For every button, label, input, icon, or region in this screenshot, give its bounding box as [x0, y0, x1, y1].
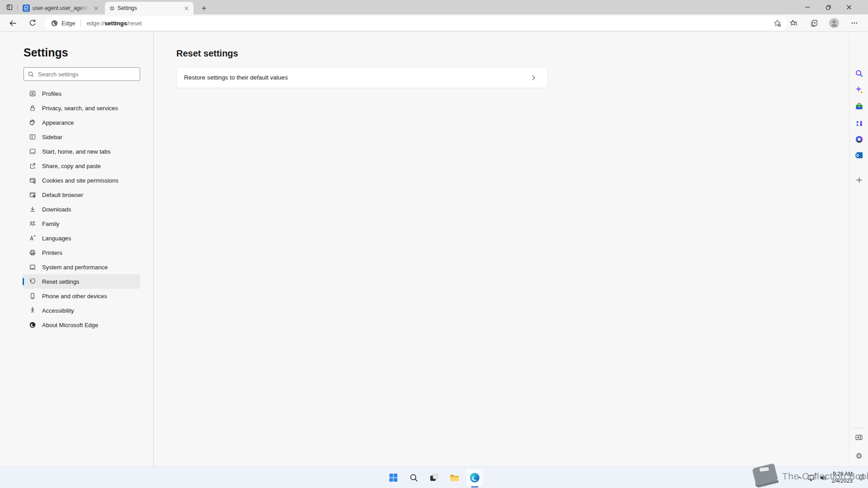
collection-book-icon — [23, 5, 30, 12]
settings-sidebar: Settings Profiles Privacy, search, and s… — [0, 32, 154, 466]
profiles-icon — [29, 90, 36, 97]
new-tab-button[interactable]: ＋ — [198, 3, 210, 12]
tab-title: user-agent.user_agent - The Coll — [33, 5, 90, 11]
sidebar-item-reset-settings[interactable]: Reset settings — [23, 274, 140, 289]
favorites-button[interactable] — [787, 16, 800, 30]
sidebar-item-system-performance[interactable]: System and performance — [23, 260, 140, 274]
sidebar-item-default-browser[interactable]: Default browser — [23, 188, 140, 202]
back-button[interactable] — [6, 17, 19, 29]
sidebar-item-accessibility[interactable]: Accessibility — [23, 303, 140, 318]
sidebar-item-cookies-permissions[interactable]: Cookies and site permissions — [23, 173, 140, 188]
folder-icon — [449, 473, 460, 483]
accessibility-icon — [29, 307, 36, 314]
sidebar-customize-button[interactable] — [854, 174, 864, 185]
sidebar-games-button[interactable] — [854, 117, 864, 128]
edge-site-icon — [51, 19, 58, 27]
refresh-button[interactable] — [26, 17, 39, 29]
sidebar-item-start-home-tabs[interactable]: Start, home, and new tabs — [23, 144, 140, 159]
system-performance-icon — [29, 263, 36, 271]
share-copy-paste-icon — [29, 162, 36, 169]
collections-button[interactable] — [807, 16, 821, 30]
default-browser-icon — [29, 191, 36, 198]
chevron-right-icon — [530, 75, 537, 81]
file-explorer-button[interactable] — [445, 469, 463, 487]
tab-separator — [17, 4, 18, 10]
tray-chevron-button[interactable] — [793, 469, 805, 487]
sidebar-microsoft365-button[interactable] — [854, 134, 864, 145]
start-button[interactable] — [384, 469, 402, 487]
languages-icon — [29, 235, 36, 242]
sidebar-item-phone-devices[interactable]: Phone and other devices — [23, 289, 140, 303]
downloads-icon — [29, 206, 36, 213]
edge-logo-icon — [29, 321, 36, 328]
tray-time: 9:28 AM — [831, 471, 853, 478]
tab-strip: user-agent.user_agent - The Coll ⚙ Setti… — [0, 0, 868, 14]
tab-actions-icon — [6, 4, 13, 11]
sidebar-item-share-copy-paste[interactable]: Share, copy and paste — [23, 159, 140, 173]
tab-close-button[interactable] — [92, 5, 99, 12]
sidebar-item-about-edge[interactable]: About Microsoft Edge — [23, 318, 140, 332]
sidebar-item-printers[interactable]: Printers — [23, 245, 140, 260]
sidebar-outlook-button[interactable] — [854, 150, 864, 160]
settings-main: Reset settings Restore settings to their… — [154, 32, 849, 466]
appearance-icon — [29, 119, 36, 126]
tray-date: 2/4/2023 — [831, 478, 853, 484]
content-area: Settings Profiles Privacy, search, and s… — [0, 32, 868, 466]
tab-title: Settings — [118, 5, 180, 11]
reset-card-label: Restore settings to their default values — [184, 74, 288, 81]
display-badge: 8 — [815, 472, 816, 476]
taskbar-center — [0, 467, 868, 488]
sidebar-item-languages[interactable]: Languages — [23, 231, 140, 245]
task-view-icon — [429, 473, 439, 483]
sidebar-settings-button[interactable]: ⚙ — [854, 450, 864, 461]
network-display-icon[interactable]: 8 — [805, 469, 817, 487]
sidebar-layout-icon — [29, 133, 36, 141]
search-icon — [409, 473, 419, 483]
privacy-icon — [29, 104, 36, 112]
tab-settings[interactable]: ⚙ Settings — [105, 2, 193, 14]
nav-bar: Edge edge://settings/reset — [0, 14, 868, 32]
start-home-tabs-icon — [29, 148, 36, 155]
sidebar-divider — [853, 428, 865, 428]
gear-icon: ⚙ — [109, 5, 115, 11]
system-tray: 8 9:28 AM 2/4/2023 — [793, 467, 868, 488]
task-view-button[interactable] — [425, 469, 443, 487]
close-button[interactable] — [839, 0, 859, 14]
more-button[interactable] — [848, 16, 861, 30]
settings-search[interactable] — [24, 67, 140, 81]
tray-clock[interactable]: 9:28 AM 2/4/2023 — [831, 471, 853, 484]
printers-icon — [29, 249, 36, 256]
minimize-button[interactable] — [797, 0, 818, 14]
volume-icon[interactable] — [817, 469, 829, 487]
sidebar-tools-button[interactable] — [854, 101, 864, 112]
cookies-permissions-icon — [29, 177, 36, 184]
profile-button[interactable] — [827, 16, 841, 30]
search-input[interactable] — [38, 71, 136, 78]
tab-actions-button[interactable] — [4, 3, 15, 12]
restore-button[interactable] — [818, 0, 839, 14]
taskbar: 8 9:28 AM 2/4/2023 — [0, 466, 868, 488]
tab-close-button[interactable] — [183, 5, 190, 12]
notification-bell-icon[interactable] — [854, 469, 868, 487]
taskbar-search-button[interactable] — [405, 469, 423, 487]
tab-collection-book[interactable]: user-agent.user_agent - The Coll — [18, 2, 103, 14]
sidebar-discover-button[interactable] — [854, 84, 864, 95]
sidebar-item-appearance[interactable]: Appearance — [23, 115, 140, 130]
sidebar-item-profiles[interactable]: Profiles — [23, 86, 140, 101]
windows-logo-icon — [388, 473, 398, 483]
sidebar-open-panel-button[interactable] — [854, 432, 864, 443]
edge-taskbar-button[interactable] — [466, 469, 484, 487]
add-favorite-button[interactable] — [771, 17, 783, 29]
sidebar-item-family[interactable]: Family — [23, 216, 140, 231]
settings-nav-list: Profiles Privacy, search, and services A… — [0, 86, 154, 332]
reset-card[interactable]: Restore settings to their default values — [176, 67, 548, 88]
settings-title: Settings — [24, 46, 68, 59]
phone-devices-icon — [29, 292, 36, 300]
sidebar-item-sidebar[interactable]: Sidebar — [23, 130, 140, 144]
selected-indicator — [23, 278, 24, 285]
sidebar-item-privacy[interactable]: Privacy, search, and services — [23, 101, 140, 115]
sidebar-search-button[interactable] — [854, 68, 864, 79]
omnibox[interactable]: Edge edge://settings/reset — [44, 16, 788, 30]
sidebar-item-downloads[interactable]: Downloads — [23, 202, 140, 216]
edge-logo-icon — [469, 472, 480, 483]
